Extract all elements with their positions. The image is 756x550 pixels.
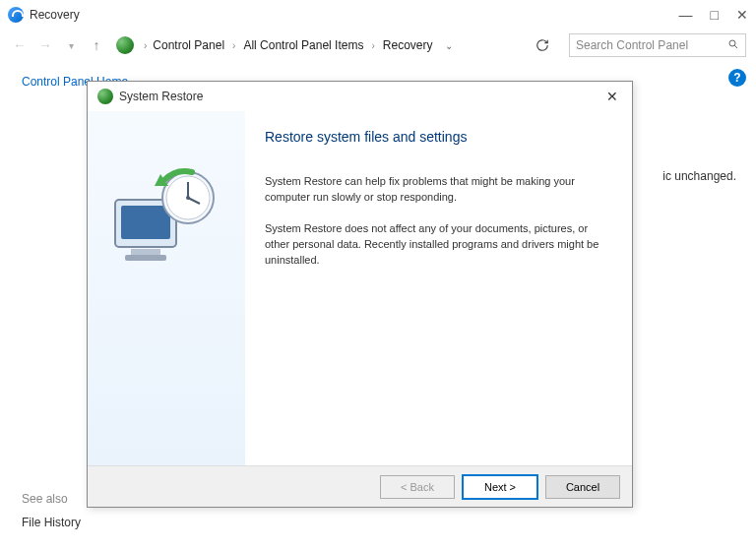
system-restore-illustration-icon bbox=[107, 160, 225, 269]
search-input[interactable]: Search Control Panel bbox=[569, 33, 746, 57]
search-placeholder: Search Control Panel bbox=[576, 38, 727, 52]
close-button[interactable]: ✕ bbox=[736, 7, 748, 23]
dialog-illustration-panel bbox=[88, 111, 245, 465]
minimize-button[interactable]: — bbox=[679, 7, 693, 23]
background-text-fragment: ic unchanged. bbox=[662, 169, 736, 183]
dialog-titlebar: System Restore ✕ bbox=[88, 82, 632, 111]
control-panel-icon[interactable] bbox=[116, 36, 134, 54]
system-restore-dialog: System Restore ✕ Restore syst bbox=[87, 81, 633, 508]
recent-dropdown-icon[interactable]: ▾ bbox=[61, 35, 81, 55]
system-restore-icon bbox=[97, 89, 113, 104]
back-arrow-icon[interactable]: ← bbox=[10, 35, 30, 55]
dialog-footer: < Back Next > Cancel bbox=[88, 465, 632, 507]
dialog-body: Restore system files and settings System… bbox=[88, 111, 632, 465]
window-controls: — □ ✕ bbox=[679, 7, 748, 23]
up-arrow-icon[interactable]: ↑ bbox=[87, 35, 106, 55]
refresh-icon[interactable] bbox=[532, 34, 553, 56]
dialog-content: Restore system files and settings System… bbox=[245, 111, 632, 465]
back-button: < Back bbox=[380, 475, 455, 499]
help-icon[interactable]: ? bbox=[728, 69, 746, 87]
chevron-right-icon: › bbox=[371, 40, 374, 51]
svg-rect-3 bbox=[121, 206, 170, 239]
maximize-button[interactable]: □ bbox=[711, 7, 719, 23]
search-icon bbox=[727, 38, 739, 53]
cancel-button[interactable]: Cancel bbox=[545, 475, 620, 499]
dialog-heading: Restore system files and settings bbox=[265, 129, 612, 145]
file-history-link[interactable]: File History bbox=[22, 516, 207, 529]
dialog-close-button[interactable]: ✕ bbox=[602, 87, 622, 106]
svg-line-1 bbox=[734, 45, 737, 48]
titlebar: Recovery — □ ✕ bbox=[0, 0, 756, 30]
next-button[interactable]: Next > bbox=[463, 475, 537, 499]
chevron-right-icon: › bbox=[232, 40, 235, 51]
svg-rect-4 bbox=[131, 249, 160, 255]
svg-point-10 bbox=[186, 196, 190, 200]
dialog-title: System Restore bbox=[119, 90, 602, 103]
recovery-app-icon bbox=[8, 7, 24, 23]
navigation-bar: ← → ▾ ↑ › Control Panel › All Control Pa… bbox=[0, 30, 756, 61]
breadcrumb-all-items[interactable]: All Control Panel Items bbox=[243, 38, 363, 52]
breadcrumb: Control Panel › All Control Panel Items … bbox=[153, 38, 526, 52]
breadcrumb-dropdown-icon[interactable]: ⌄ bbox=[445, 40, 453, 51]
window-title: Recovery bbox=[30, 8, 679, 22]
svg-point-0 bbox=[729, 40, 735, 46]
svg-rect-5 bbox=[125, 255, 166, 261]
breadcrumb-recovery[interactable]: Recovery bbox=[383, 38, 433, 52]
forward-arrow-icon[interactable]: → bbox=[35, 35, 55, 55]
breadcrumb-control-panel[interactable]: Control Panel bbox=[153, 38, 224, 52]
chevron-right-icon: › bbox=[144, 40, 147, 51]
dialog-paragraph-1: System Restore can help fix problems tha… bbox=[265, 174, 612, 206]
dialog-paragraph-2: System Restore does not affect any of yo… bbox=[265, 221, 612, 269]
